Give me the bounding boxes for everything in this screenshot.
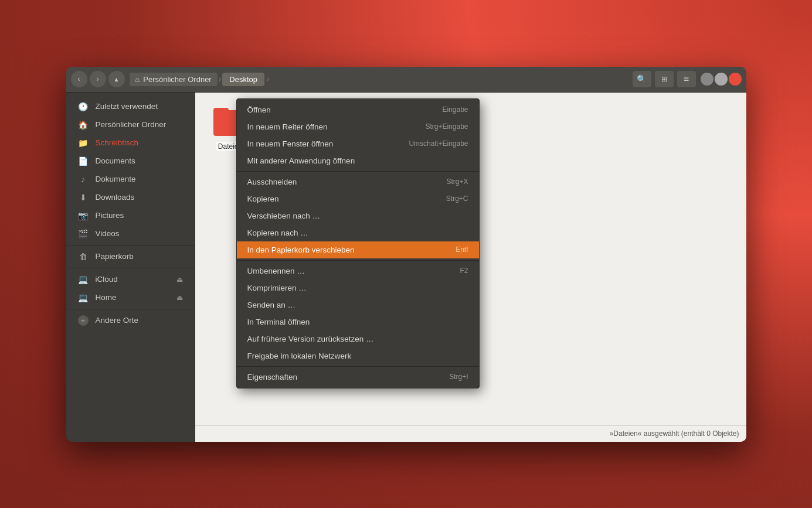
cm-label-send-to: Senden an … bbox=[247, 301, 296, 309]
cm-item-open-tab[interactable]: In neuem Reiter öffnen Strg+Eingabe bbox=[237, 118, 479, 135]
close-button[interactable] bbox=[729, 73, 742, 86]
sidebar-item-pictures-label: Pictures bbox=[96, 211, 124, 220]
cm-label-open-window: In neuem Fenster öffnen bbox=[247, 139, 334, 148]
cm-item-copy-to[interactable]: Kopieren nach … bbox=[237, 224, 479, 241]
up-button[interactable]: ▲ bbox=[108, 71, 125, 87]
view-toggle-button[interactable]: ⊞ bbox=[655, 71, 674, 87]
cm-label-rename: Umbenennen … bbox=[247, 267, 305, 275]
cm-separator-2 bbox=[237, 260, 479, 261]
sidebar-item-trash[interactable]: 🗑 Papierkorb bbox=[69, 248, 192, 265]
sidebar-item-dokumente-label: Dokumente bbox=[96, 175, 136, 183]
cm-item-open-with[interactable]: Mit anderer Anwendung öffnen bbox=[237, 152, 479, 169]
file-area[interactable]: Dateien W bbox=[195, 93, 746, 442]
videos-icon: 🎬 bbox=[78, 229, 89, 239]
sidebar-item-videos[interactable]: 🎬 Videos bbox=[69, 225, 192, 243]
main-area: 🕐 Zuletzt verwendet 🏠 Persönlicher Ordne… bbox=[66, 93, 746, 442]
file-manager-window: ‹ › ▲ ⌂ Persönlicher Ordner › Desktop › … bbox=[66, 67, 746, 442]
home-icon: ⌂ bbox=[135, 75, 140, 84]
sidebar-item-trash-label: Papierkorb bbox=[96, 252, 134, 261]
cm-item-move-to[interactable]: Verschieben nach … bbox=[237, 207, 479, 224]
cm-label-copy: Kopieren bbox=[247, 195, 279, 203]
cm-label-open-with: Mit anderer Anwendung öffnen bbox=[247, 156, 355, 165]
minimize-button[interactable] bbox=[701, 73, 714, 86]
cm-shortcut-trash: Entf bbox=[456, 246, 468, 254]
recent-icon: 🕐 bbox=[78, 101, 89, 112]
cm-label-move-to: Verschieben nach … bbox=[247, 212, 321, 220]
cm-item-compress[interactable]: Komprimieren … bbox=[237, 279, 479, 296]
home-folder-icon: 🏠 bbox=[78, 120, 89, 130]
cm-item-open[interactable]: Öffnen Eingabe bbox=[237, 101, 479, 118]
icloud-eject-icon[interactable]: ⏏ bbox=[176, 275, 183, 284]
breadcrumb-expand-icon[interactable]: › bbox=[267, 75, 269, 83]
cm-label-share: Freigabe im lokalen Netzwerk bbox=[247, 352, 352, 360]
cm-separator-1 bbox=[237, 171, 479, 172]
cm-item-open-window[interactable]: In neuem Fenster öffnen Umschalt+Eingabe bbox=[237, 135, 479, 152]
cm-shortcut-cut: Strg+X bbox=[446, 178, 468, 186]
cm-label-copy-to: Kopieren nach … bbox=[247, 229, 308, 237]
cm-item-cut[interactable]: Ausschneiden Strg+X bbox=[237, 173, 479, 190]
sidebar-item-documents-label: Documents bbox=[96, 156, 135, 165]
statusbar-text: »Dateien« ausgewählt (enthält 0 Objekte) bbox=[610, 429, 739, 438]
cm-item-send-to[interactable]: Senden an … bbox=[237, 296, 479, 313]
sidebar-item-dokumente[interactable]: ♪ Dokumente bbox=[69, 171, 192, 188]
sidebar-item-recent-label: Zuletzt verwendet bbox=[96, 102, 158, 111]
sidebar-item-downloads[interactable]: ⬇ Downloads bbox=[69, 189, 192, 206]
sidebar-divider-2 bbox=[66, 268, 195, 268]
context-menu: Öffnen Eingabe In neuem Reiter öffnen St… bbox=[236, 98, 480, 388]
cm-label-compress: Komprimieren … bbox=[247, 284, 307, 292]
window-controls bbox=[701, 73, 742, 86]
documents-icon: 📄 bbox=[78, 156, 89, 166]
cm-label-cut: Ausschneiden bbox=[247, 178, 297, 186]
cm-label-properties: Eigenschaften bbox=[247, 373, 298, 381]
maximize-button[interactable] bbox=[715, 73, 728, 86]
sidebar-item-recent[interactable]: 🕐 Zuletzt verwendet bbox=[69, 98, 192, 115]
sidebar-item-downloads-label: Downloads bbox=[96, 193, 135, 202]
cm-shortcut-open: Eingabe bbox=[442, 105, 468, 114]
search-button[interactable]: 🔍 bbox=[633, 71, 651, 87]
sidebar-item-documents[interactable]: 📄 Documents bbox=[69, 152, 192, 170]
sidebar-item-desktop-label: Schreibtisch bbox=[96, 138, 139, 147]
cm-label-open: Öffnen bbox=[247, 105, 271, 114]
menu-button[interactable]: ≡ bbox=[677, 71, 696, 87]
home2-eject-icon[interactable]: ⏏ bbox=[176, 294, 183, 302]
breadcrumb-separator: › bbox=[219, 74, 222, 84]
back-button[interactable]: ‹ bbox=[71, 71, 87, 87]
cm-shortcut-properties: Strg+I bbox=[449, 373, 468, 381]
cm-shortcut-copy: Strg+C bbox=[446, 195, 468, 203]
cm-separator-3 bbox=[237, 366, 479, 367]
cm-item-copy[interactable]: Kopieren Strg+C bbox=[237, 190, 479, 207]
cm-item-trash[interactable]: In den Papierkorb verschieben Entf bbox=[237, 241, 479, 258]
cm-shortcut-rename: F2 bbox=[460, 267, 468, 275]
add-location-icon: + bbox=[78, 315, 89, 326]
cm-item-restore[interactable]: Auf frühere Version zurücksetzen … bbox=[237, 330, 479, 347]
breadcrumb-home[interactable]: ⌂ Persönlicher Ordner bbox=[130, 73, 218, 86]
cm-label-open-tab: In neuem Reiter öffnen bbox=[247, 122, 328, 131]
breadcrumb-current-label[interactable]: Desktop bbox=[222, 73, 264, 86]
breadcrumb: ⌂ Persönlicher Ordner › Desktop › bbox=[130, 73, 270, 86]
sidebar-item-pictures[interactable]: 📷 Pictures bbox=[69, 207, 192, 224]
sidebar-item-home2-label: Home bbox=[96, 293, 117, 302]
sidebar-divider-3 bbox=[66, 309, 195, 309]
desktop-icon: 📁 bbox=[78, 138, 89, 148]
cm-label-trash: In den Papierkorb verschieben bbox=[247, 246, 355, 254]
sidebar-item-other[interactable]: + Andere Orte bbox=[69, 312, 192, 329]
forward-button[interactable]: › bbox=[90, 71, 106, 87]
statusbar: »Dateien« ausgewählt (enthält 0 Objekte) bbox=[195, 425, 746, 442]
cm-item-rename[interactable]: Umbenennen … F2 bbox=[237, 262, 479, 279]
pictures-icon: 📷 bbox=[78, 210, 89, 221]
titlebar: ‹ › ▲ ⌂ Persönlicher Ordner › Desktop › … bbox=[66, 67, 746, 93]
sidebar-item-home[interactable]: 🏠 Persönlicher Ordner bbox=[69, 116, 192, 134]
home2-icon: 💻 bbox=[78, 292, 89, 303]
icloud-icon: 💻 bbox=[78, 274, 89, 285]
sidebar-item-videos-label: Videos bbox=[96, 229, 120, 238]
cm-item-properties[interactable]: Eigenschaften Strg+I bbox=[237, 369, 479, 386]
sidebar-item-icloud[interactable]: 💻 iCloud ⏏ bbox=[69, 271, 192, 288]
breadcrumb-home-label: Persönlicher Ordner bbox=[143, 75, 211, 84]
cm-item-share[interactable]: Freigabe im lokalen Netzwerk bbox=[237, 347, 479, 364]
sidebar-item-home2[interactable]: 💻 Home ⏏ bbox=[69, 289, 192, 306]
cm-item-terminal[interactable]: In Terminal öffnen bbox=[237, 313, 479, 330]
sidebar-item-desktop[interactable]: 📁 Schreibtisch bbox=[69, 134, 192, 152]
sidebar: 🕐 Zuletzt verwendet 🏠 Persönlicher Ordne… bbox=[66, 93, 195, 442]
cm-label-terminal: In Terminal öffnen bbox=[247, 318, 310, 326]
titlebar-actions: 🔍 ⊞ ≡ bbox=[633, 71, 696, 87]
